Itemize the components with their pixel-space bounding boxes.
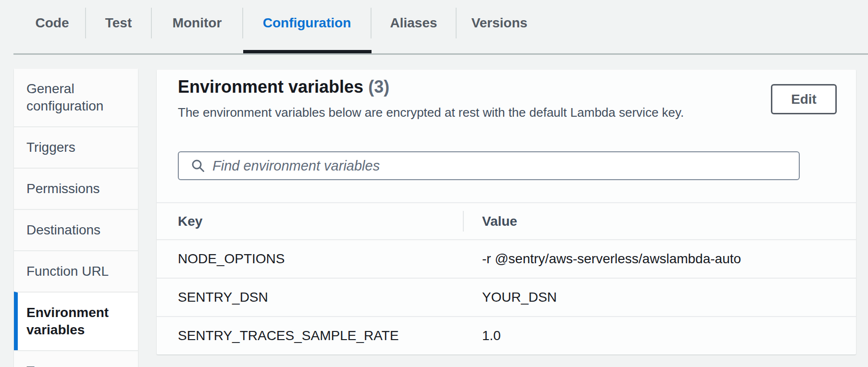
tab-code[interactable]: Code	[19, 8, 86, 38]
table-row: SENTRY_DSN YOUR_DSN	[157, 278, 856, 316]
sidebar-item-triggers[interactable]: Triggers	[14, 126, 138, 168]
column-divider	[463, 211, 464, 232]
column-header-value-label: Value	[482, 214, 517, 229]
tab-configuration[interactable]: Configuration	[243, 8, 372, 38]
panel-description: The environment variables below are encr…	[178, 104, 837, 121]
active-tab-indicator	[243, 50, 372, 53]
environment-variables-panel: Environment variables (3) Edit The envir…	[157, 70, 856, 355]
env-var-value-text: 1.0	[482, 328, 501, 343]
sidebar-item-tags[interactable]: Tags	[14, 350, 138, 367]
env-var-key: SENTRY_DSN	[157, 290, 463, 305]
tab-versions[interactable]: Versions	[457, 8, 542, 38]
panel-header: Environment variables (3) Edit The envir…	[157, 70, 856, 180]
env-var-value: YOUR_DSN	[463, 279, 856, 316]
sidebar-item-environment-variables[interactable]: Environment variables	[14, 292, 138, 350]
env-var-value-text: YOUR_DSN	[482, 290, 557, 305]
env-var-value-text: -r @sentry/aws-serverless/awslambda-auto	[482, 251, 741, 267]
edit-button[interactable]: Edit	[771, 84, 837, 114]
configuration-sidebar: General configuration Triggers Permissio…	[14, 69, 138, 367]
sidebar-item-permissions[interactable]: Permissions	[14, 168, 138, 209]
env-var-key: NODE_OPTIONS	[157, 251, 463, 267]
table-row: NODE_OPTIONS -r @sentry/aws-serverless/a…	[157, 239, 856, 278]
tab-aliases[interactable]: Aliases	[372, 8, 457, 38]
table-header-row: Key Value	[157, 202, 856, 239]
env-var-value: 1.0	[463, 317, 856, 355]
sidebar-item-general-configuration[interactable]: General configuration	[14, 69, 138, 126]
sidebar-item-function-url[interactable]: Function URL	[14, 250, 138, 292]
search-icon	[190, 158, 206, 173]
env-var-key: SENTRY_TRACES_SAMPLE_RATE	[157, 328, 463, 343]
lambda-configuration-page: Code Test Monitor Configuration Aliases …	[0, 0, 868, 367]
search-field-container	[178, 151, 800, 180]
tab-bar-divider	[13, 53, 868, 55]
function-tab-bar: Code Test Monitor Configuration Aliases …	[19, 8, 542, 38]
column-header-value: Value	[463, 203, 856, 239]
tab-test[interactable]: Test	[86, 8, 152, 38]
environment-variables-table: Key Value NODE_OPTIONS -r @sentry/aws-se…	[157, 202, 856, 355]
search-input[interactable]	[212, 158, 790, 174]
tab-monitor[interactable]: Monitor	[152, 8, 243, 38]
env-var-value: -r @sentry/aws-serverless/awslambda-auto	[463, 240, 856, 278]
panel-title: Environment variables (3)	[178, 76, 837, 98]
sidebar-item-destinations[interactable]: Destinations	[14, 209, 138, 250]
panel-title-text: Environment variables	[178, 77, 363, 97]
table-row: SENTRY_TRACES_SAMPLE_RATE 1.0	[157, 316, 856, 355]
panel-count-badge: (3)	[368, 77, 389, 97]
column-header-key: Key	[157, 214, 463, 229]
